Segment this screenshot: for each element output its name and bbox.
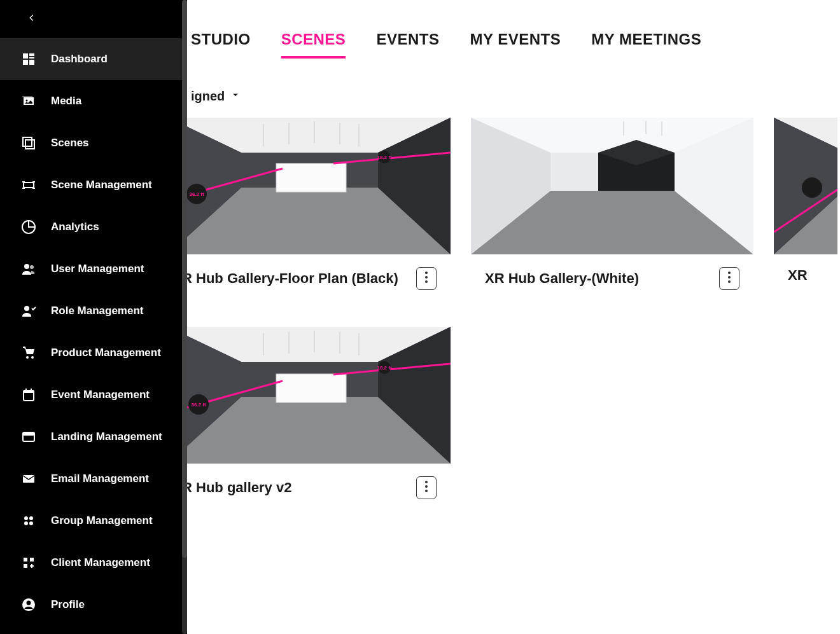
svg-point-62: [728, 276, 731, 279]
sidebar-item-client-management[interactable]: Client Management: [0, 542, 187, 584]
scenes-icon: [20, 135, 37, 151]
svg-rect-40: [276, 163, 346, 192]
landing-mgmt-icon: [20, 429, 37, 445]
card-menu-button[interactable]: [719, 267, 739, 290]
sidebar-item-label: Scene Management: [51, 179, 152, 191]
sidebar-scrollbar[interactable]: [182, 0, 187, 634]
sidebar-item-label: Dashboard: [51, 53, 108, 65]
profile-icon: [20, 596, 37, 613]
scene-thumbnail: 36.2 ft 18.2 ft: [187, 327, 451, 464]
sidebar-item-email-management[interactable]: Email Management: [0, 458, 187, 500]
tab-studio[interactable]: STUDIO: [191, 31, 251, 59]
sidebar-item-landing-management[interactable]: Landing Management: [0, 416, 187, 458]
svg-rect-31: [24, 564, 27, 568]
sidebar-item-scenes[interactable]: Scenes: [0, 122, 187, 164]
chevron-left-icon: [27, 13, 37, 25]
scene-thumbnail: 36.2 ft 18.2 ft: [187, 118, 451, 254]
sidebar-item-user-management[interactable]: User Management: [0, 248, 187, 290]
more-vertical-icon: [425, 272, 428, 286]
scene-card-title: XR Hub Gallery-(White): [485, 270, 711, 287]
sidebar-item-media[interactable]: Media: [0, 80, 187, 122]
group-mgmt-icon: [20, 513, 37, 529]
tab-events[interactable]: EVENTS: [376, 31, 439, 59]
measurement-label: 36.2 ft: [191, 402, 206, 408]
scene-card[interactable]: XR: [774, 118, 837, 307]
scene-card[interactable]: 36.2 ft 18.2 ft R Hub Gallery-Floor Plan…: [187, 118, 451, 307]
svg-point-68: [802, 177, 822, 198]
svg-rect-75: [276, 374, 346, 403]
svg-rect-20: [25, 389, 27, 391]
svg-point-61: [728, 272, 731, 274]
sidebar-item-group-management[interactable]: Group Management: [0, 500, 187, 542]
sidebar-item-analytics[interactable]: Analytics: [0, 206, 187, 248]
more-vertical-icon: [728, 272, 731, 286]
svg-rect-19: [24, 390, 34, 393]
scene-card[interactable]: XR Hub Gallery-(White): [471, 118, 753, 307]
svg-point-25: [24, 516, 28, 520]
svg-rect-24: [23, 475, 34, 483]
scene-card[interactable]: 36.2 ft 18.2 ft R Hub gallery v2: [187, 327, 451, 516]
dashboard-icon: [20, 51, 37, 67]
sidebar-item-label: Email Management: [51, 472, 149, 485]
svg-rect-9: [22, 181, 25, 183]
svg-point-63: [728, 280, 731, 283]
analytics-icon: [20, 219, 37, 235]
svg-point-83: [425, 481, 428, 483]
main-content: STUDIO SCENES EVENTS MY EVENTS MY MEETIN…: [187, 0, 840, 634]
svg-rect-21: [31, 389, 32, 391]
svg-point-14: [30, 265, 34, 269]
sidebar-item-profile[interactable]: Profile: [0, 584, 187, 626]
sidebar-item-dashboard[interactable]: Dashboard: [0, 38, 187, 80]
svg-point-27: [24, 521, 28, 525]
svg-rect-30: [30, 558, 34, 562]
sidebar-item-product-management[interactable]: Product Management: [0, 332, 187, 374]
sidebar-item-role-management[interactable]: Role Management: [0, 290, 187, 332]
svg-point-28: [29, 521, 33, 525]
filter-dropdown[interactable]: igned: [191, 89, 241, 104]
sidebar: Dashboard Media Scenes Scene Management: [0, 0, 187, 634]
scene-thumbnail: [471, 118, 753, 254]
svg-point-5: [26, 100, 28, 102]
scene-card-title: XR: [788, 267, 837, 284]
measurement-label: 18.2 ft: [377, 365, 391, 371]
cards-grid: 36.2 ft 18.2 ft R Hub Gallery-Floor Plan…: [187, 118, 840, 551]
svg-rect-12: [32, 188, 35, 189]
scene-card-title: R Hub Gallery-Floor Plan (Black): [187, 270, 409, 287]
measurement-label: 18.2 ft: [377, 155, 391, 160]
svg-point-85: [425, 490, 428, 492]
event-mgmt-icon: [20, 387, 37, 403]
sidebar-item-label: Event Management: [51, 389, 150, 401]
sidebar-item-label: Client Management: [51, 556, 150, 569]
sidebar-item-label: Product Management: [51, 347, 161, 359]
svg-rect-1: [29, 53, 34, 56]
product-mgmt-icon: [20, 345, 37, 361]
svg-point-48: [425, 272, 428, 274]
tab-scenes[interactable]: SCENES: [281, 31, 346, 59]
scrollbar-thumb[interactable]: [182, 0, 187, 558]
svg-rect-0: [23, 53, 28, 59]
sidebar-item-label: Profile: [51, 598, 85, 611]
svg-point-33: [27, 601, 31, 605]
svg-point-50: [425, 280, 428, 283]
scene-thumbnail: [774, 118, 837, 254]
svg-rect-7: [25, 140, 34, 149]
sidebar-item-label: Group Management: [51, 514, 153, 527]
tab-my-meetings[interactable]: MY MEETINGS: [591, 31, 701, 59]
svg-point-15: [24, 306, 29, 311]
scene-mgmt-icon: [20, 177, 37, 193]
sidebar-item-label: Media: [51, 95, 81, 107]
card-menu-button[interactable]: [416, 267, 437, 290]
tabs: STUDIO SCENES EVENTS MY EVENTS MY MEETIN…: [187, 0, 840, 59]
svg-rect-6: [23, 137, 32, 146]
svg-point-16: [26, 356, 29, 359]
sidebar-item-scene-management[interactable]: Scene Management: [0, 164, 187, 206]
client-mgmt-icon: [20, 555, 37, 571]
svg-point-13: [24, 264, 29, 269]
card-menu-button[interactable]: [416, 476, 437, 499]
svg-rect-3: [23, 60, 28, 65]
more-vertical-icon: [425, 481, 428, 495]
svg-rect-8: [24, 183, 34, 188]
tab-my-events[interactable]: MY EVENTS: [470, 31, 561, 59]
sidebar-collapse-button[interactable]: [0, 0, 187, 38]
sidebar-item-event-management[interactable]: Event Management: [0, 374, 187, 416]
